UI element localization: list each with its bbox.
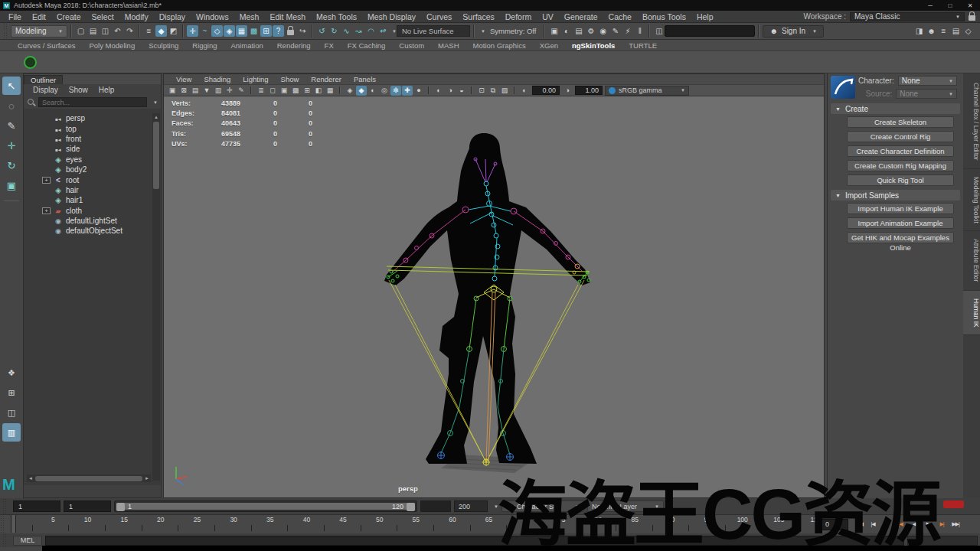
live-surface-field[interactable]: No Live Surface [397, 25, 470, 37]
save-scene-icon[interactable]: ◫ [100, 25, 111, 37]
paint-select-tool-icon[interactable]: ✎ [2, 116, 21, 135]
timeline-tick[interactable]: 5 [14, 515, 51, 533]
select-object-icon[interactable]: ◆ [155, 25, 167, 37]
shelf-tab[interactable]: Motion Graphics [466, 41, 533, 51]
expand-toggle[interactable]: + [42, 207, 51, 214]
expand-toggle[interactable] [42, 145, 51, 152]
move-tool-icon[interactable]: ✛ [2, 136, 21, 155]
render-settings-icon[interactable]: ⚙ [585, 25, 596, 37]
gamma-field[interactable]: 1.00 [575, 86, 603, 95]
minimize-button[interactable]: ─ [920, 2, 940, 9]
paint-effects-icon[interactable]: ✎ [609, 25, 621, 37]
timeline-tick[interactable]: 35 [233, 515, 270, 533]
range-end-handle[interactable] [407, 503, 415, 511]
render-icon[interactable]: ▣ [548, 25, 560, 37]
bookmark-icon[interactable]: ▼ [201, 86, 212, 96]
gamma-icon[interactable]: ◑ [562, 86, 573, 96]
symmetry-field[interactable]: Symmetry: Off [485, 25, 541, 37]
lights-icon[interactable]: ⊞ [302, 86, 312, 96]
humanik-action-button[interactable]: Create Control Rig [847, 131, 954, 142]
select-hierarchy-icon[interactable]: ≡ [143, 25, 155, 37]
shelf-tab[interactable]: MASH [431, 41, 466, 51]
create-section-header[interactable]: ▼ Create [831, 103, 960, 114]
outliner-item[interactable]: + root [24, 174, 161, 184]
humanik-import-button[interactable]: Import Human IK Example [847, 203, 954, 214]
snap-curve-icon[interactable]: ~ [199, 25, 211, 37]
selection-lock-icon[interactable] [287, 30, 294, 35]
expand-toggle[interactable] [42, 126, 51, 132]
sidebar-tab[interactable]: Attribute Editor [963, 231, 980, 290]
viewport-split-icon[interactable]: ◫ [653, 25, 665, 37]
single-pane-layout-icon[interactable]: ❖ [2, 364, 21, 382]
toggle-channel-box-icon[interactable]: ≡ [938, 25, 949, 37]
menu-item[interactable]: Edit [27, 12, 51, 21]
shelf-tab[interactable]: XGen [533, 41, 565, 51]
shelf-tab[interactable]: Poly Modeling [83, 41, 142, 51]
range-slider[interactable]: 1 120 [114, 500, 417, 512]
render-ipr-frame-icon[interactable]: ▤ [573, 25, 584, 37]
snap-center-icon[interactable]: ▩ [248, 25, 260, 37]
shelf-tab[interactable]: Rigging [185, 41, 224, 51]
viewport-menu-item[interactable]: Panels [348, 75, 382, 83]
source-select[interactable]: None ▼ [896, 89, 957, 99]
viewport-menu-item[interactable]: Lighting [237, 75, 274, 83]
workspace-lock-icon[interactable] [969, 15, 975, 21]
shelf-tab[interactable]: TURTLE [622, 41, 664, 51]
humanik-action-button[interactable]: Create Skeleton [847, 116, 954, 128]
snap-plane-icon[interactable]: ◈ [224, 25, 235, 37]
timeline-tick[interactable]: 40 [269, 515, 305, 533]
ao-toggle-icon[interactable]: ◒ [456, 86, 467, 96]
toggle-layer-editor-icon[interactable]: ▤ [950, 25, 962, 37]
undo-icon[interactable]: ↶ [112, 25, 123, 37]
mel-toggle-button[interactable]: MEL [13, 536, 42, 546]
xray-icon[interactable]: ✻ [390, 86, 401, 96]
shelf-tab[interactable]: FX Caching [341, 41, 393, 51]
make-live-icon[interactable]: ⊞ [260, 25, 272, 37]
playback-start-field[interactable]: 1 [64, 500, 111, 512]
command-line-grip[interactable] [2, 533, 8, 547]
toon-render-icon[interactable]: ◉ [597, 25, 609, 37]
timeline-tick[interactable]: 50 [342, 515, 379, 533]
playback-end-field[interactable] [420, 500, 451, 512]
lasso-select-tool-icon[interactable]: ◌ [2, 96, 21, 115]
viewport-menu-item[interactable]: View [170, 75, 198, 83]
exposure-icon[interactable]: ◐ [519, 86, 530, 96]
range-row-grip[interactable] [2, 498, 8, 514]
outliner-horizontal-scrollbar[interactable]: ◄ ► [27, 474, 151, 482]
outliner-item[interactable]: eyes [24, 155, 161, 165]
shadows-icon[interactable]: ◧ [313, 86, 324, 96]
xray-joints-icon[interactable]: ✚ [402, 86, 413, 96]
scroll-left-icon[interactable]: ◄ [27, 476, 34, 481]
two-pane-layout-icon[interactable]: ◫ [2, 403, 21, 422]
expand-toggle[interactable] [42, 187, 51, 194]
sidebar-tab[interactable]: Modeling Toolkit [963, 169, 980, 232]
toggle-attribute-editor-icon[interactable]: ◨ [913, 25, 925, 37]
menu-item[interactable]: Select [87, 12, 119, 21]
ipr-render-icon[interactable]: ◐ [560, 25, 572, 37]
outliner-vertical-scrollbar[interactable]: ▲ [152, 113, 160, 481]
toggle-modeling-toolkit-icon[interactable]: ◇ [962, 25, 974, 37]
shelf-tab[interactable]: Custom [392, 41, 431, 51]
camera-lock-icon[interactable]: ⊠ [178, 86, 189, 96]
outliner-item[interactable]: side [24, 144, 161, 154]
menu-item[interactable]: Mesh Display [362, 12, 421, 21]
humanik-import-button[interactable]: Import Animation Example [847, 217, 954, 229]
snap-point-icon[interactable]: ◇ [211, 25, 223, 37]
menu-item[interactable]: Surfaces [457, 12, 499, 21]
shelf-tab[interactable]: Curves / Surfaces [11, 41, 83, 51]
timeline-tick[interactable]: 15 [87, 515, 123, 533]
pause-viewport-icon[interactable]: ‖ [634, 25, 645, 37]
outliner-item[interactable]: body2 [24, 165, 161, 174]
plugin-shapes-icon[interactable]: ● [413, 86, 424, 96]
ngskintools-shelf-icon[interactable] [24, 56, 37, 69]
expand-toggle[interactable] [42, 217, 51, 224]
construction-history-icon[interactable]: ↺ [316, 25, 328, 37]
light-editor-icon[interactable]: ⚡ [622, 25, 633, 37]
snap-view-icon[interactable]: ▦ [236, 25, 247, 37]
input-connections-icon[interactable]: ↪ [297, 25, 309, 37]
timeline-tick[interactable]: 60 [415, 515, 452, 533]
workspace-select[interactable]: Maya Classic ▼ [850, 12, 965, 21]
lighting-toggle-icon[interactable]: ◐ [433, 86, 444, 96]
viewport-menu-item[interactable]: Renderer [305, 75, 348, 83]
menu-item[interactable]: Edit Mesh [264, 12, 311, 21]
